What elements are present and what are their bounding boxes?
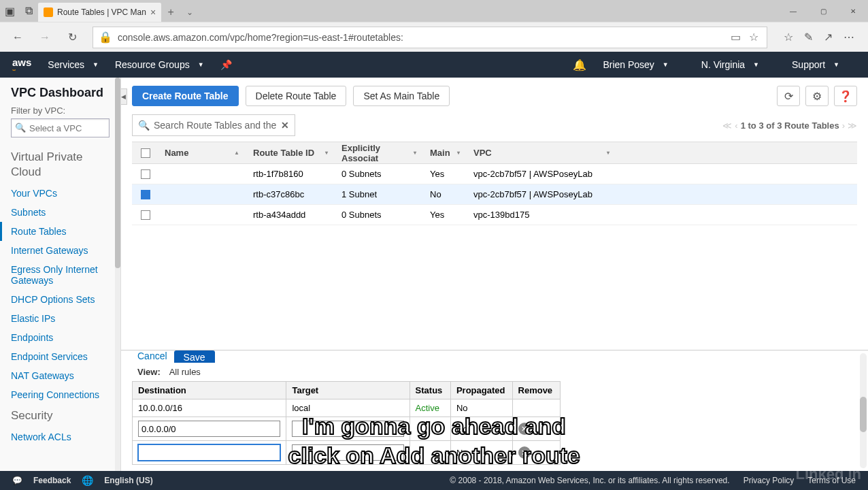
- feedback-link[interactable]: Feedback: [33, 476, 71, 485]
- help-icon[interactable]: ❓: [834, 86, 857, 106]
- chevron-down-icon: ▼: [833, 61, 839, 68]
- user-label: Brien Posey: [603, 59, 654, 70]
- cell-main: Yes: [424, 210, 468, 220]
- save-button[interactable]: Save: [174, 350, 215, 363]
- pin-icon[interactable]: 📌: [220, 59, 232, 70]
- sidebar-igw[interactable]: Internet Gateways: [0, 241, 120, 260]
- browser-tab[interactable]: Route Tables | VPC Man ×: [38, 3, 161, 22]
- row-checkbox[interactable]: [141, 210, 150, 220]
- terms-link[interactable]: Terms of Use: [807, 476, 856, 485]
- feedback-icon[interactable]: 💬: [12, 476, 22, 485]
- sidebar-dhcp[interactable]: DHCP Options Sets: [0, 290, 120, 309]
- col-vpc[interactable]: VPC▾: [468, 148, 618, 158]
- reading-view-icon[interactable]: ▭: [731, 31, 741, 44]
- more-icon[interactable]: ⋯: [844, 31, 854, 44]
- table-row[interactable]: rtb-a434addd0 SubnetsYesvpc-139bd175: [132, 205, 857, 225]
- col-main[interactable]: Main▾: [424, 148, 468, 158]
- close-window-button[interactable]: ✕: [838, 0, 868, 22]
- target-input[interactable]: [292, 444, 403, 461]
- gear-icon[interactable]: ⚙: [805, 86, 829, 106]
- create-route-table-button[interactable]: Create Route Table: [132, 86, 239, 106]
- col-assoc[interactable]: Explicitly Associat▾: [336, 143, 424, 163]
- services-menu[interactable]: Services▼: [48, 59, 99, 70]
- sidebar-endpoints[interactable]: Endpoints: [0, 328, 120, 347]
- aws-header: aws ⌣ Services▼ Resource Groups▼ 📌 🔔 Bri…: [0, 52, 868, 78]
- col-rtid[interactable]: Route Table ID▾: [248, 148, 336, 158]
- browser-titlebar: ▣ ⧉ Route Tables | VPC Man × + ⌄ — ▢ ✕: [0, 0, 868, 22]
- cell-assoc: 1 Subnet: [336, 189, 424, 199]
- clear-search-icon[interactable]: ✕: [281, 120, 289, 131]
- support-menu[interactable]: Support▼: [792, 59, 839, 70]
- favorite-icon[interactable]: ☆: [749, 31, 758, 44]
- sidebar-endpoint-services[interactable]: Endpoint Services: [0, 347, 120, 366]
- row-checkbox[interactable]: [141, 169, 150, 179]
- destination-input[interactable]: [138, 421, 280, 437]
- sidebar-your-vpcs[interactable]: Your VPCs: [0, 184, 120, 203]
- close-tab-icon[interactable]: ×: [150, 7, 156, 18]
- tab-chevron-icon[interactable]: ⌄: [180, 3, 199, 22]
- refresh-button[interactable]: ↻: [60, 25, 84, 50]
- minimize-button[interactable]: —: [778, 0, 808, 22]
- share-icon[interactable]: ↗: [824, 31, 833, 44]
- sidebar-peering[interactable]: Peering Connections: [0, 385, 120, 404]
- refresh-icon[interactable]: ⟳: [777, 86, 800, 106]
- maximize-button[interactable]: ▢: [808, 0, 838, 22]
- tab-actions-icon[interactable]: ▣: [0, 0, 19, 22]
- sidebar-nacls[interactable]: Network ACLs: [0, 427, 120, 446]
- table-row[interactable]: rtb-1f7b81600 SubnetsYesvpc-2cb7bf57 | A…: [132, 164, 857, 184]
- filter-label: Filter by VPC:: [0, 105, 120, 118]
- next-page-icon[interactable]: ›: [842, 120, 845, 131]
- privacy-link[interactable]: Privacy Policy: [744, 476, 795, 485]
- detail-scrollbar[interactable]: [860, 353, 867, 468]
- support-label: Support: [792, 59, 825, 70]
- route-row: No✕: [133, 417, 561, 441]
- col-name[interactable]: Name▲: [159, 148, 248, 158]
- last-page-icon[interactable]: ≫: [848, 120, 857, 131]
- back-button[interactable]: ←: [5, 25, 30, 50]
- col-propagated: Propagated: [450, 382, 512, 399]
- status-cell: Active: [410, 399, 450, 417]
- view-value: All rules: [169, 367, 201, 377]
- resource-groups-menu[interactable]: Resource Groups▼: [115, 59, 204, 70]
- sidebar-title[interactable]: VPC Dashboard: [0, 86, 120, 105]
- copyright: © 2008 - 2018, Amazon Web Services, Inc.…: [450, 476, 729, 485]
- select-all-checkbox[interactable]: [141, 148, 150, 158]
- account-menu[interactable]: Brien Posey▼: [603, 59, 668, 70]
- delete-route-table-button[interactable]: Delete Route Table: [246, 86, 347, 106]
- search-icon: 🔍: [15, 122, 26, 133]
- new-tab-button[interactable]: +: [161, 3, 180, 22]
- sidebar-subnets[interactable]: Subnets: [0, 203, 120, 222]
- sidebar-route-tables[interactable]: Route Tables: [0, 222, 120, 241]
- sidebar: VPC Dashboard Filter by VPC: 🔍 Virtual P…: [0, 78, 121, 471]
- tab-preview-icon[interactable]: ⧉: [19, 0, 38, 22]
- remove-route-icon[interactable]: ✕: [518, 446, 531, 459]
- remove-route-icon[interactable]: ✕: [518, 423, 531, 435]
- aws-logo-text: aws: [12, 57, 31, 67]
- first-page-icon[interactable]: ≪: [722, 120, 732, 131]
- destination-input[interactable]: [138, 444, 280, 461]
- prev-page-icon[interactable]: ‹: [735, 120, 737, 131]
- sidebar-scrollbar[interactable]: [115, 78, 120, 471]
- sidebar-eips[interactable]: Elastic IPs: [0, 309, 120, 328]
- cancel-button[interactable]: Cancel: [137, 350, 167, 361]
- row-checkbox[interactable]: [141, 190, 150, 199]
- sidebar-collapse-handle[interactable]: ◀: [121, 88, 127, 105]
- detail-pane: Cancel Save View: All rules Destination …: [121, 350, 868, 471]
- cell-vpc: vpc-2cb7bf57 | AWSPoseyLab: [468, 169, 618, 179]
- pager: ≪ ‹ 1 to 3 of 3 Route Tables › ≫: [722, 120, 857, 131]
- notes-icon[interactable]: ✎: [804, 31, 813, 44]
- notifications-icon[interactable]: 🔔: [573, 59, 586, 71]
- favorites-hub-icon[interactable]: ☆: [784, 31, 793, 44]
- table-row[interactable]: rtb-c37c86bc1 SubnetNovpc-2cb7bf57 | AWS…: [132, 184, 857, 205]
- search-input[interactable]: 🔍 Search Route Tables and the ✕: [132, 114, 295, 136]
- forward-button[interactable]: →: [33, 25, 57, 50]
- sidebar-nat[interactable]: NAT Gateways: [0, 366, 120, 385]
- aws-logo[interactable]: aws ⌣: [12, 57, 31, 73]
- language-selector[interactable]: English (US): [104, 476, 152, 485]
- sidebar-eigw[interactable]: Egress Only Internet Gateways: [0, 260, 120, 290]
- address-bar[interactable]: 🔒 console.aws.amazon.com/vpc/home?region…: [93, 27, 767, 48]
- globe-icon[interactable]: 🌐: [82, 475, 93, 486]
- target-input[interactable]: [292, 421, 403, 437]
- set-main-button[interactable]: Set As Main Table: [353, 86, 450, 106]
- region-menu[interactable]: N. Virginia▼: [701, 59, 759, 70]
